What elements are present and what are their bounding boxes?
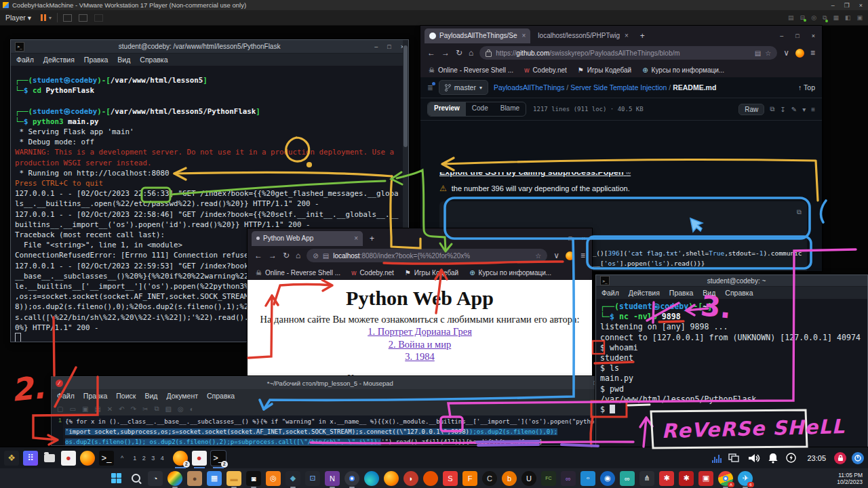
- menu-item-Файл[interactable]: Файл: [601, 289, 619, 297]
- back-icon[interactable]: ←: [254, 251, 262, 260]
- mousepad-window-button[interactable]: ●: [192, 451, 207, 466]
- copy-icon[interactable]: ⧉: [770, 105, 774, 113]
- mousepad-editor[interactable]: 1 {% for x in ().__class__.__base__.__su…: [52, 415, 601, 445]
- terminal-window-button[interactable]: >_2: [211, 451, 226, 466]
- menu-icon[interactable]: ≡: [580, 251, 585, 260]
- menu-item-Файл[interactable]: Файл: [57, 392, 75, 400]
- menu-item-Документ[interactable]: Документ: [166, 392, 198, 400]
- top-link[interactable]: ↑ Top: [798, 83, 815, 92]
- branch-selector[interactable]: master▾: [439, 80, 488, 95]
- telegram-icon[interactable]: ✈6: [738, 471, 753, 486]
- windows-clock[interactable]: 11:05 PM 10/2/2023: [837, 468, 863, 488]
- send-ctrl-alt-del-icon[interactable]: [63, 14, 72, 22]
- book-link-2[interactable]: 2. Война и мир: [389, 339, 452, 350]
- minimize-button[interactable]: –: [780, 33, 783, 39]
- sound-device-icon[interactable]: ◧: [845, 14, 851, 21]
- menu-item-Файл[interactable]: Файл: [16, 56, 34, 64]
- printer-device-icon[interactable]: ▣: [856, 14, 863, 21]
- menu-item-Вид[interactable]: Вид: [144, 392, 157, 400]
- firefox-icon[interactable]: [80, 451, 95, 466]
- menu-icon[interactable]: ≡: [810, 48, 815, 58]
- workspaces-icon[interactable]: [728, 453, 739, 462]
- f-app-icon[interactable]: F: [462, 471, 477, 486]
- bookmark-flag[interactable]: ⚑Игры Кодебай: [578, 66, 631, 74]
- back-icon[interactable]: ←: [427, 48, 435, 58]
- forward-icon[interactable]: →: [269, 251, 277, 260]
- search-button[interactable]: [128, 471, 143, 486]
- pocket-icon[interactable]: ∨: [553, 251, 559, 260]
- gauge-app-icon[interactable]: ◔: [148, 471, 163, 486]
- bookmark-skull[interactable]: ☠Online - Reverse Shell ...: [256, 269, 340, 277]
- book-link-3[interactable]: 3. 1984: [405, 351, 435, 362]
- screen-lock-icon[interactable]: [834, 452, 846, 464]
- vm-clock[interactable]: 23:05: [807, 454, 826, 462]
- payload-text[interactable]: {% for x in ().__class__.__base__.__subc…: [63, 415, 601, 445]
- copy-code-icon[interactable]: ⧉: [797, 205, 802, 219]
- harddisk-device-icon[interactable]: ▤: [788, 14, 794, 21]
- onenote-icon[interactable]: N: [325, 471, 340, 486]
- menu-item-Справка[interactable]: Справка: [140, 56, 167, 64]
- pepper-app-icon[interactable]: [423, 471, 438, 486]
- mousepad-icon[interactable]: ●: [61, 451, 76, 466]
- home-icon[interactable]: ⌂: [296, 251, 300, 260]
- outline-icon[interactable]: ≡: [811, 106, 815, 113]
- home-icon[interactable]: ⌂: [469, 48, 473, 58]
- url-bar[interactable]: ⊘ ▤ localhost:8080/index?book={%%20for%2…: [307, 249, 547, 262]
- workspace-pager[interactable]: 1 2 3 4: [133, 455, 166, 462]
- chrome-profile-icon[interactable]: A: [718, 471, 733, 486]
- reload-icon[interactable]: ↻: [456, 48, 462, 58]
- file-tree-icon[interactable]: ≣: [427, 83, 433, 92]
- minimize-button[interactable]: –: [831, 2, 835, 9]
- forward-icon[interactable]: →: [441, 48, 450, 58]
- raw-button[interactable]: Raw: [738, 104, 764, 115]
- tab-code[interactable]: Code: [466, 102, 494, 116]
- start-button[interactable]: [108, 471, 123, 486]
- firefox-account-icon[interactable]: [566, 251, 574, 260]
- reader-icon[interactable]: ▤: [755, 49, 761, 57]
- pocket-icon[interactable]: ∨: [783, 48, 789, 58]
- menu-item-Правка[interactable]: Правка: [84, 56, 108, 64]
- tab-close-icon[interactable]: ×: [354, 235, 358, 242]
- terminal3-output[interactable]: ┌──(student㉿codeby)-[~]└─$ nc -nvlp 9898…: [596, 299, 867, 447]
- minimize-button[interactable]: –: [374, 43, 378, 50]
- save-as-icon[interactable]: ▤: [94, 405, 100, 413]
- volume-icon[interactable]: [747, 453, 760, 464]
- terminal1-titlebar[interactable]: >_ student@codeby: /var/www/html/lesson5…: [11, 40, 408, 54]
- maximize-button[interactable]: □: [568, 235, 572, 242]
- red-gear-app-icon[interactable]: ✱: [659, 471, 674, 486]
- network-device-icon[interactable]: ⧉: [823, 14, 827, 22]
- new-document-icon[interactable]: ▢: [57, 405, 63, 413]
- cinema4d-icon[interactable]: C: [482, 471, 497, 486]
- close-button[interactable]: ×: [812, 33, 815, 39]
- minimize-button[interactable]: –: [555, 235, 559, 242]
- paste-icon[interactable]: ▧: [165, 405, 172, 413]
- menu-item-Вид[interactable]: Вид: [703, 289, 715, 297]
- shazam-app-icon[interactable]: S: [443, 471, 458, 486]
- display-device-icon[interactable]: ⊟: [800, 14, 806, 21]
- tab-payloadsallthethings[interactable]: PayloadsAllTheThings/Se×: [425, 28, 530, 43]
- bookmark-flag[interactable]: ⚑Игры Кодебай: [405, 269, 458, 277]
- save-icon[interactable]: ▣: [82, 405, 88, 413]
- menu-item-Действия[interactable]: Действия: [629, 289, 660, 297]
- bookmark-star-icon[interactable]: ☆: [535, 252, 541, 260]
- unreal-icon[interactable]: U: [521, 471, 536, 486]
- window-list-expander[interactable]: ^: [121, 455, 123, 462]
- file-manager-icon[interactable]: [42, 451, 57, 466]
- mousepad-titlebar[interactable]: ∕ *~/Рабочий стол/tmp_lesson_5 - Mousepa…: [52, 377, 601, 389]
- blender-icon[interactable]: b: [502, 471, 517, 486]
- menu-item-Правка[interactable]: Правка: [83, 392, 107, 400]
- bookmark-globe[interactable]: ⊕Курсы по информаци...: [642, 66, 724, 74]
- pause-dropdown-icon[interactable]: ▾: [49, 15, 52, 21]
- pause-vm-button[interactable]: [41, 14, 46, 21]
- replace-icon[interactable]: ◐: [190, 405, 194, 413]
- cut-icon[interactable]: ✂: [142, 405, 148, 413]
- cdrom-device-icon[interactable]: ◎: [811, 14, 816, 21]
- close-button[interactable]: ×: [582, 235, 585, 242]
- new-tab-button[interactable]: +: [366, 234, 378, 243]
- edit-dropdown-icon[interactable]: ▾: [802, 106, 806, 113]
- book-link-1[interactable]: 1. Портрет Дориана Грея: [368, 326, 472, 337]
- usb-device-icon[interactable]: ▦: [833, 14, 839, 21]
- tab-blame[interactable]: Blame: [494, 102, 526, 116]
- chrome-icon[interactable]: [344, 471, 359, 486]
- edge-icon[interactable]: [364, 471, 379, 486]
